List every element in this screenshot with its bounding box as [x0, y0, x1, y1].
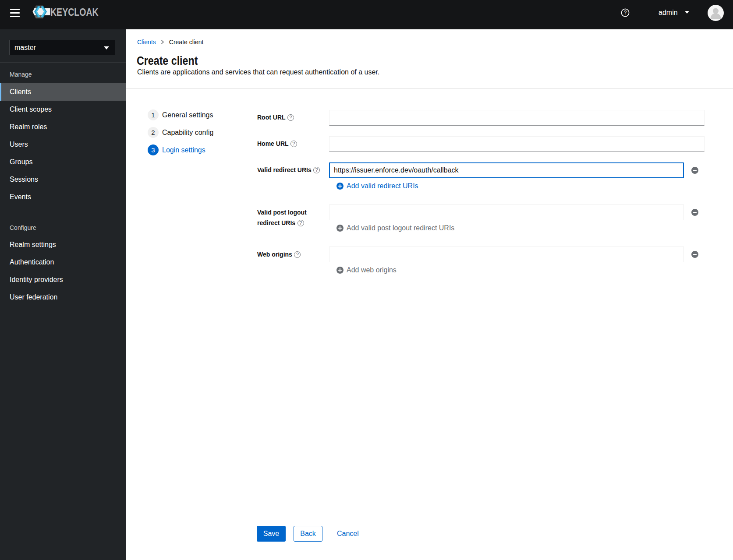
- svg-text:?: ?: [624, 10, 627, 16]
